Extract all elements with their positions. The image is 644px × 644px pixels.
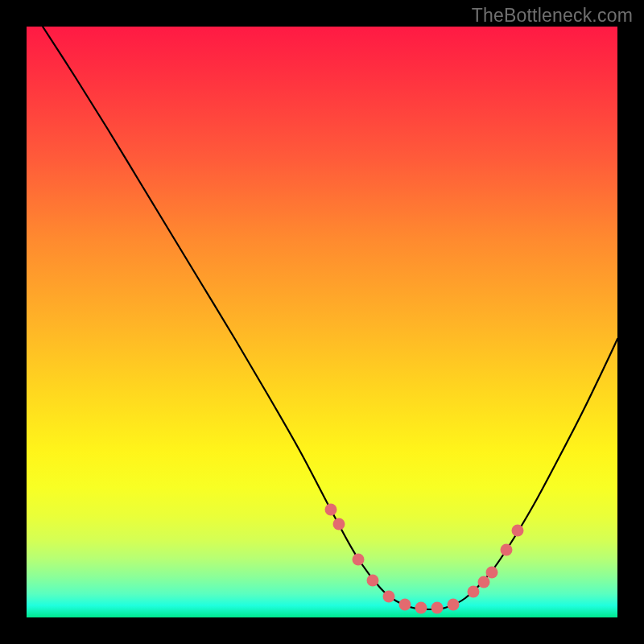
svg-point-13 [512, 525, 524, 537]
svg-point-12 [501, 544, 513, 556]
svg-point-4 [383, 591, 395, 603]
svg-point-10 [478, 576, 490, 588]
svg-point-8 [448, 599, 460, 611]
svg-point-0 [325, 504, 337, 516]
highlight-dots [325, 504, 524, 614]
svg-point-3 [367, 575, 379, 587]
svg-point-6 [415, 602, 427, 614]
svg-point-9 [468, 586, 480, 598]
svg-point-11 [486, 567, 498, 579]
svg-point-7 [431, 602, 444, 614]
chart-frame: TheBottleneck.com [0, 0, 644, 644]
svg-point-1 [333, 518, 345, 530]
svg-point-5 [399, 599, 411, 611]
curve-svg [27, 27, 617, 617]
watermark-text: TheBottleneck.com [472, 5, 633, 27]
curve-line [43, 27, 617, 609]
plot-area [27, 27, 617, 617]
svg-point-2 [353, 554, 365, 566]
